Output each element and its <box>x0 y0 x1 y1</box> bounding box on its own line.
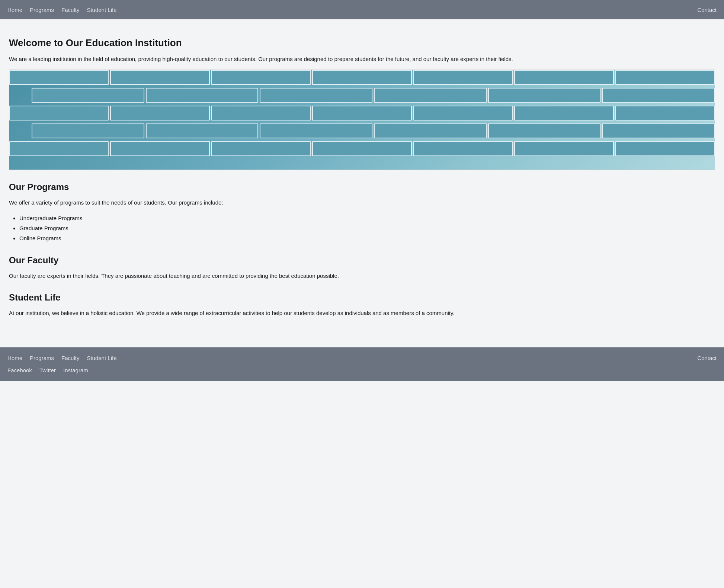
footer-link-faculty[interactable]: Faculty <box>61 355 79 361</box>
nav-contact[interactable]: Contact <box>697 7 717 13</box>
hero-image <box>9 70 715 170</box>
brick <box>602 123 715 138</box>
brick <box>602 88 715 103</box>
brick <box>312 70 411 85</box>
main-content: Welcome to Our Education Institution We … <box>0 19 724 347</box>
nav-faculty[interactable]: Faculty <box>61 7 79 13</box>
brick <box>32 123 144 138</box>
programs-intro: We offer a variety of programs to suit t… <box>9 198 715 207</box>
brick <box>211 141 311 156</box>
brick <box>260 123 372 138</box>
footer-nav-left: Home Programs Faculty Student Life <box>7 355 116 361</box>
brick <box>9 70 109 85</box>
list-item: Online Programs <box>19 233 715 243</box>
programs-list: Undergraduate Programs Graduate Programs… <box>9 213 715 243</box>
footer-nav-right: Contact <box>697 355 717 361</box>
nav-home[interactable]: Home <box>7 7 22 13</box>
brick-row-1 <box>9 70 715 86</box>
student-life-heading: Student Life <box>9 292 715 303</box>
brick <box>110 141 209 156</box>
brick <box>146 88 259 103</box>
footer-link-contact[interactable]: Contact <box>697 355 717 361</box>
list-item: Undergraduate Programs <box>19 213 715 223</box>
brick <box>312 106 411 121</box>
welcome-body: We are a leading institution in the fiel… <box>9 55 715 64</box>
brick <box>211 106 311 121</box>
brick <box>413 70 513 85</box>
brick <box>514 106 614 121</box>
brick <box>9 106 109 121</box>
brick <box>374 88 487 103</box>
brick <box>615 70 715 85</box>
footer-link-programs[interactable]: Programs <box>30 355 54 361</box>
brick <box>32 88 144 103</box>
welcome-heading: Welcome to Our Education Institution <box>9 37 715 49</box>
welcome-section: Welcome to Our Education Institution We … <box>9 37 715 170</box>
main-nav: Home Programs Faculty Student Life Conta… <box>0 0 724 19</box>
brick <box>615 141 715 156</box>
footer-social-facebook[interactable]: Facebook <box>7 367 32 373</box>
brick <box>9 141 109 156</box>
brick <box>146 123 259 138</box>
brick-row-3 <box>9 106 715 122</box>
brick <box>110 106 209 121</box>
faculty-heading: Our Faculty <box>9 255 715 266</box>
footer-nav: Home Programs Faculty Student Life Conta… <box>7 355 717 361</box>
brick <box>488 88 601 103</box>
footer-social-twitter[interactable]: Twitter <box>39 367 56 373</box>
brick <box>413 141 513 156</box>
nav-programs[interactable]: Programs <box>30 7 54 13</box>
brick <box>211 70 311 85</box>
page-footer: Home Programs Faculty Student Life Conta… <box>0 347 724 381</box>
footer-link-home[interactable]: Home <box>7 355 22 361</box>
footer-social: Facebook Twitter Instagram <box>7 367 717 373</box>
brick-row-5 <box>9 141 715 158</box>
footer-social-instagram[interactable]: Instagram <box>63 367 88 373</box>
brick-row-2 <box>9 88 715 104</box>
footer-link-student-life[interactable]: Student Life <box>87 355 116 361</box>
list-item: Graduate Programs <box>19 223 715 233</box>
brick <box>488 123 601 138</box>
faculty-body: Our faculty are experts in their fields.… <box>9 271 715 280</box>
brick-row-4 <box>9 123 715 140</box>
brick <box>413 106 513 121</box>
brick <box>260 88 372 103</box>
brick <box>514 70 614 85</box>
nav-student-life[interactable]: Student Life <box>87 7 116 13</box>
faculty-section: Our Faculty Our faculty are experts in t… <box>9 255 715 280</box>
brick <box>514 141 614 156</box>
programs-section: Our Programs We offer a variety of progr… <box>9 182 715 243</box>
nav-links-left: Home Programs Faculty Student Life <box>7 7 116 13</box>
programs-heading: Our Programs <box>9 182 715 192</box>
brick <box>615 106 715 121</box>
student-life-section: Student Life At our institution, we beli… <box>9 292 715 318</box>
nav-links-right: Contact <box>697 7 717 13</box>
student-life-body: At our institution, we believe in a holi… <box>9 309 715 318</box>
brick <box>312 141 411 156</box>
brick <box>110 70 209 85</box>
brick <box>374 123 487 138</box>
